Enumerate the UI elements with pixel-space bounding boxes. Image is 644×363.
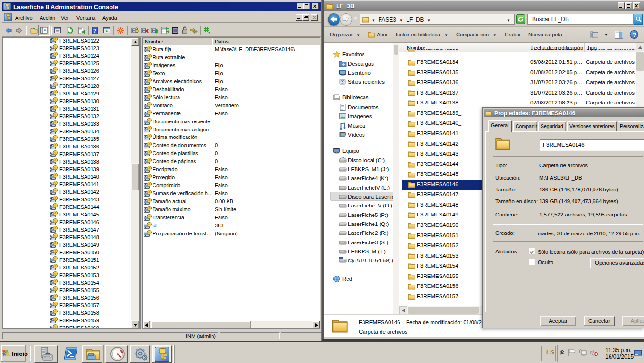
svg-text:?: ? — [93, 28, 97, 34]
